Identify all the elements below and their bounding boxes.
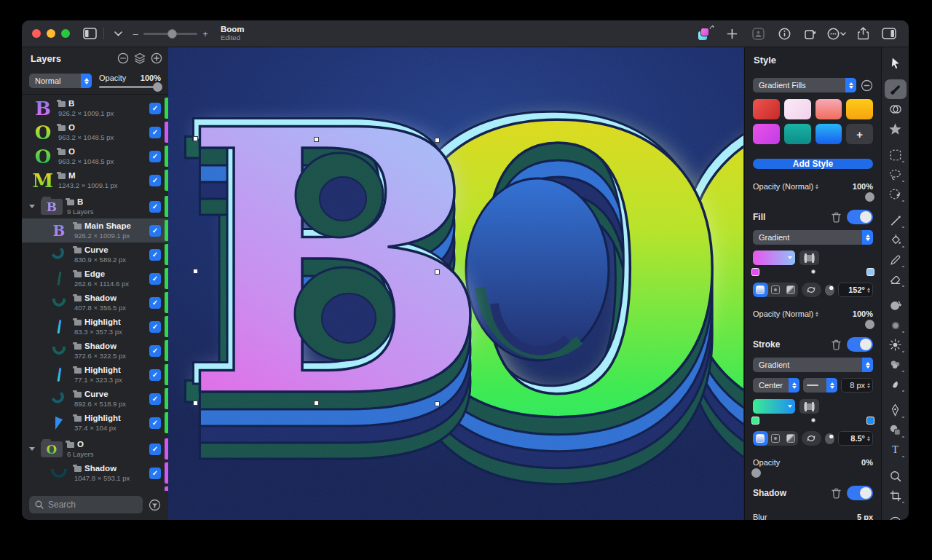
close-button[interactable] [32,29,41,38]
stroke-width-field[interactable]: 8 px [841,378,873,393]
style-swatch[interactable] [816,99,842,119]
blur-tool[interactable] [885,315,907,335]
layer-row[interactable]: Main Shape✓ [22,485,168,491]
layer-opacity-slider[interactable] [99,86,161,88]
delete-shadow-icon[interactable] [832,488,841,499]
glow-tool[interactable] [885,335,907,355]
fill-gradient-swatch[interactable] [753,251,795,265]
zoom-slider[interactable] [143,33,197,35]
layer-visibility-checkbox[interactable]: ✓ [149,201,161,213]
layer-visibility-checkbox[interactable]: ✓ [149,127,161,138]
layer-visibility-checkbox[interactable]: ✓ [149,103,161,114]
angular-gradient-button[interactable] [783,283,799,297]
layer-visibility-checkbox[interactable]: ✓ [149,369,161,381]
more-options-icon[interactable] [827,25,846,42]
blend-mode-select[interactable]: Normal [29,74,92,88]
remove-preset-icon[interactable] [861,79,873,92]
rotate-canvas-icon[interactable] [801,25,820,42]
add-icon[interactable] [722,25,741,42]
delete-fill-icon[interactable] [832,212,841,223]
zoom-out-button[interactable]: – [132,28,139,39]
layer-group-row[interactable]: BB9 Layers✓ [22,194,168,218]
layer-visibility-checkbox[interactable]: ✓ [149,321,161,333]
layer-row[interactable]: MM1243.2 × 1009.1 px✓ [22,168,168,192]
gradient-stop-left[interactable] [751,268,759,276]
slider-knob[interactable] [153,82,162,92]
chevron-down-icon[interactable] [108,25,127,42]
style-swatch[interactable] [816,124,842,144]
inspector-toggle-icon[interactable] [880,25,899,42]
disclosure-chevron-icon[interactable] [29,205,36,208]
layer-row[interactable]: BMain Shape926.2 × 1009.1 px✓ [22,218,168,242]
blend-tool[interactable] [885,99,907,119]
delete-stroke-icon[interactable] [832,339,841,350]
layer-row[interactable]: Edge262.6 × 1114.6 px✓ [22,267,168,291]
angular-gradient-button[interactable] [783,431,799,446]
dither-ball-icon[interactable] [825,285,835,296]
gradient-editor-icon[interactable] [799,251,819,265]
stroke-style-select[interactable] [803,378,837,393]
stroke-toggle[interactable] [847,337,873,352]
select-tool[interactable] [885,53,907,73]
layer-row[interactable]: Curve830.9 × 589.2 px✓ [22,242,168,267]
stroke-position-select[interactable]: Center [753,378,799,393]
pen-tool[interactable] [885,401,907,420]
selection-handle[interactable] [314,401,319,406]
smudge-tool[interactable] [885,374,907,394]
layer-visibility-checkbox[interactable]: ✓ [149,468,161,479]
add-layer-icon[interactable] [151,52,162,64]
fill-bucket-tool[interactable] [885,230,907,250]
filter-icon[interactable] [149,499,161,511]
selection-handle[interactable] [193,136,198,141]
layer-visibility-checkbox[interactable]: ✓ [149,273,161,285]
layer-row[interactable]: Highlight37.4 × 104 px✓ [22,411,168,435]
gradient-stop-right[interactable] [866,417,874,425]
layer-row[interactable]: OO963.2 × 1048.5 px✓ [22,144,168,168]
crop-tool[interactable] [885,486,907,505]
layer-visibility-checkbox[interactable]: ✓ [149,151,161,162]
selection-handle[interactable] [193,269,198,274]
sidebar-toggle-icon[interactable] [80,25,99,42]
zoom-tool[interactable] [885,466,907,486]
layer-visibility-checkbox[interactable]: ✓ [149,225,161,237]
stroke-type-select[interactable]: Gradient [753,358,873,372]
text-tool[interactable]: T [885,440,907,460]
line-tool[interactable] [885,210,907,230]
fill-angle-field[interactable]: 152° [838,283,873,297]
style-swatch[interactable] [753,99,780,119]
shape-tool[interactable] [885,420,907,440]
layer-visibility-checkbox[interactable]: ✓ [149,249,161,261]
gradient-stop-right[interactable] [866,268,874,276]
canvas[interactable]: OOOOOOOOOOOOOOOOBBBBBBBB [168,47,744,520]
radial-gradient-button[interactable] [768,431,783,446]
stepper-icon[interactable] [816,184,818,189]
dither-ball-icon[interactable] [825,433,835,444]
selection-handle[interactable] [435,401,440,406]
stroke-angle-field[interactable]: 8.5° [838,431,873,446]
linear-gradient-button[interactable] [753,283,768,297]
layer-visibility-checkbox[interactable]: ✓ [149,417,161,429]
layer-row[interactable]: BB926.2 × 1009.1 px✓ [22,96,168,120]
selection-handle[interactable] [193,401,198,406]
noise-tool[interactable] [885,355,907,374]
linear-gradient-button[interactable] [753,431,768,446]
reverse-gradient-icon[interactable] [802,283,821,297]
eraser-tool[interactable] [885,269,907,289]
style-swatch[interactable] [753,124,780,144]
rotate-tool[interactable] [885,296,907,315]
add-swatch-button[interactable]: + [846,124,873,144]
selection-handle[interactable] [435,269,440,275]
lasso-tool[interactable] [885,165,907,184]
color-swatches-icon[interactable] [696,25,715,42]
style-swatch[interactable] [846,99,873,119]
layer-row[interactable]: Curve892.6 × 518.9 px✓ [22,387,168,411]
minimize-button[interactable] [47,29,55,38]
collaborate-icon[interactable] [749,25,767,42]
gradient-midpoint[interactable] [811,418,816,422]
zoom-slider-knob[interactable] [167,29,177,39]
layer-visibility-checkbox[interactable]: ✓ [149,393,161,405]
selection-brush-tool[interactable] [885,184,907,204]
layer-visibility-checkbox[interactable]: ✓ [149,175,161,186]
marquee-tool[interactable] [885,145,907,165]
info-icon[interactable] [775,25,794,42]
